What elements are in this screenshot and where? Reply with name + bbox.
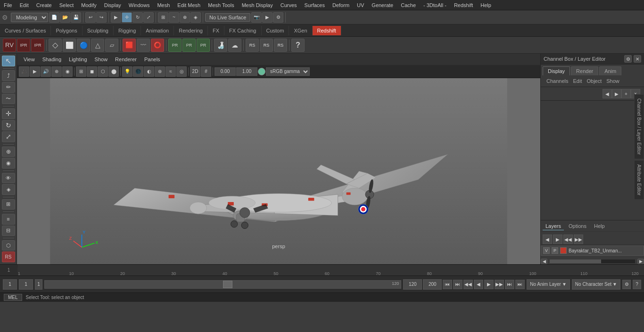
snap-grid-btn[interactable]: ⊞ xyxy=(158,12,168,23)
render-cam-btn[interactable]: 📷 xyxy=(251,12,262,23)
ch-object[interactable]: Object xyxy=(585,77,603,85)
menu-mesh-display[interactable]: Mesh Display xyxy=(238,1,277,9)
workspace-dropdown[interactable]: Modeling xyxy=(11,13,48,22)
tab-rendering[interactable]: Rendering xyxy=(174,26,208,35)
isolate-tool[interactable]: ◈ xyxy=(2,184,15,195)
lang-indicator[interactable]: MEL xyxy=(4,294,22,301)
vp-smooth-btn[interactable]: ⬤ xyxy=(108,66,119,77)
layer-playback-p[interactable]: P xyxy=(552,247,558,254)
shelf-cloud-btn[interactable]: ☁ xyxy=(228,39,241,52)
timeline-range-bar[interactable]: 120 xyxy=(44,280,401,289)
tab-fx-caching[interactable]: FX Caching xyxy=(224,26,261,35)
shelf-circle-red-btn[interactable]: ⭕ xyxy=(151,39,164,52)
undo-btn[interactable]: ↩ xyxy=(85,12,96,23)
layer-ctrl-3[interactable]: ◀◀ xyxy=(563,235,573,244)
vp-wire-shaded-btn[interactable]: ⬡ xyxy=(98,66,108,77)
rotate-tool[interactable]: ↻ xyxy=(2,120,15,131)
layer-ctrl-4[interactable]: ▶▶ xyxy=(574,235,583,244)
tab-xgen[interactable]: XGen xyxy=(289,26,312,35)
timeline-numbers[interactable]: 1102030405060708090100110120 xyxy=(18,265,644,276)
side-tab-channel-box[interactable]: Channel Box / Layer Editor xyxy=(634,94,644,159)
menu-uv[interactable]: UV xyxy=(353,1,368,9)
menu-windows[interactable]: Windows xyxy=(125,1,154,9)
menu-surfaces[interactable]: Surfaces xyxy=(301,1,329,9)
move-tool-btn[interactable]: ✛ xyxy=(122,12,132,23)
menu-help[interactable]: Help xyxy=(477,1,495,9)
vp-2d-btn[interactable]: 2D xyxy=(190,66,200,77)
shelf-wave-btn[interactable]: 〰 xyxy=(137,39,150,52)
lasso-tool[interactable]: ⤴ xyxy=(2,70,15,81)
vp-ao-btn[interactable]: ◐ xyxy=(144,66,154,77)
vp-menu-panels[interactable]: Panels xyxy=(141,56,163,63)
menu-edit[interactable]: Edit xyxy=(16,1,33,9)
menu-modify[interactable]: Modify xyxy=(77,1,100,9)
menu-3dtoall[interactable]: - 3DtoAll - xyxy=(420,1,450,9)
tab-redshift[interactable]: Redshift xyxy=(313,26,341,35)
tab-animation[interactable]: Animation xyxy=(141,26,174,35)
vp-menu-lighting[interactable]: Lighting xyxy=(66,56,90,63)
frame-sub-input[interactable] xyxy=(19,279,33,290)
ch-edit[interactable]: Edit xyxy=(571,77,584,85)
menu-curves[interactable]: Curves xyxy=(277,1,301,9)
tab-fx[interactable]: FX xyxy=(208,26,224,35)
anim-layer-btn[interactable]: No Anim Layer ▼ xyxy=(527,279,570,290)
vp-menu-renderer[interactable]: Renderer xyxy=(112,56,140,63)
vp-motion-blur-btn[interactable]: ≈ xyxy=(165,66,176,77)
vp-lighting-btn[interactable]: 💡 xyxy=(122,66,132,77)
shelf-plane-btn[interactable]: ▱ xyxy=(105,39,118,52)
extra-btn-1[interactable]: ⚙ xyxy=(622,280,631,289)
vp-shadow-btn[interactable]: 🌑 xyxy=(133,66,143,77)
move-tool[interactable]: ✛ xyxy=(2,108,15,119)
vp-audio-btn[interactable]: 🔊 xyxy=(41,66,51,77)
ch-show[interactable]: Show xyxy=(604,77,621,85)
shelf-rs2-btn[interactable]: RS xyxy=(260,39,273,52)
vp-aa-btn[interactable]: ⊛ xyxy=(155,66,165,77)
menu-cache[interactable]: Cache xyxy=(397,1,420,9)
vp-isolate-btn[interactable]: ◉ xyxy=(62,66,73,77)
range-start-input[interactable] xyxy=(35,279,42,290)
tab-polygons[interactable]: Polygons xyxy=(51,26,82,35)
layer-tab-help[interactable]: Help xyxy=(591,222,608,230)
layer-new-btn[interactable]: + xyxy=(621,89,631,98)
play-end2-btn[interactable]: ⏭ xyxy=(515,280,525,289)
layer-ctrl-1[interactable]: ◀ xyxy=(543,235,552,244)
layer-tab-options[interactable]: Options xyxy=(566,222,589,230)
snap-tool[interactable]: ⊕ xyxy=(2,146,15,157)
tab-curves-surfaces[interactable]: Curves / Surfaces xyxy=(0,26,51,35)
vp-grid-btn[interactable]: # xyxy=(201,66,211,77)
timeline-track[interactable]: 1102030405060708090100110120 xyxy=(18,265,644,276)
shelf-sphere-btn[interactable]: 🔵 xyxy=(77,39,90,52)
play-end-btn[interactable]: ⏭ xyxy=(505,280,514,289)
select-tool-btn[interactable]: ▶ xyxy=(111,12,121,23)
vp-menu-shading[interactable]: Shading xyxy=(40,56,64,63)
select-tool[interactable]: ↖ xyxy=(2,56,15,66)
tab-rigging[interactable]: Rigging xyxy=(114,26,141,35)
layer-tab-layers[interactable]: Layers xyxy=(543,222,564,230)
new-file-btn[interactable]: 📄 xyxy=(49,12,59,23)
scale-tool-btn[interactable]: ⤢ xyxy=(143,12,154,23)
timeline[interactable]: 1 1102030405060708090100110120 xyxy=(0,264,644,275)
menu-edit-mesh[interactable]: Edit Mesh xyxy=(173,1,204,9)
vp-menu-show[interactable]: Show xyxy=(92,56,111,63)
play-start-btn[interactable]: ⏮ xyxy=(443,280,452,289)
show-hide-tool[interactable]: 👁 xyxy=(2,173,15,184)
shelf-pr2-btn[interactable]: PR xyxy=(182,39,196,52)
scale-tool[interactable]: ⤢ xyxy=(2,131,15,142)
shelf-box-btn[interactable]: 🟥 xyxy=(123,39,136,52)
extra-btn-2[interactable]: ? xyxy=(633,280,641,289)
shelf-rs1-btn[interactable]: RS xyxy=(246,39,259,52)
sculpt-tool[interactable]: 〜 xyxy=(2,94,15,105)
vp-dof-btn[interactable]: ◎ xyxy=(176,66,187,77)
vp-anim-btn[interactable]: ▶ xyxy=(30,66,40,77)
shelf-ipr-btn[interactable]: IPR xyxy=(31,39,44,52)
menu-mesh-tools[interactable]: Mesh Tools xyxy=(204,1,238,9)
soft-select-tool[interactable]: ◉ xyxy=(2,158,15,169)
shelf-help-btn[interactable]: ? xyxy=(291,39,305,52)
layer-tool[interactable]: ≡ xyxy=(2,214,15,225)
shelf-pr3-btn[interactable]: PR xyxy=(197,39,210,52)
tab-anim[interactable]: Anim xyxy=(599,66,621,75)
shelf-rv-btn[interactable]: RV xyxy=(3,39,16,52)
shelf-pr1-btn[interactable]: PR xyxy=(168,39,182,52)
vp-snap-btn[interactable]: ⊕ xyxy=(51,66,62,77)
vp-cam-btn[interactable]: 🎥 xyxy=(19,66,29,77)
